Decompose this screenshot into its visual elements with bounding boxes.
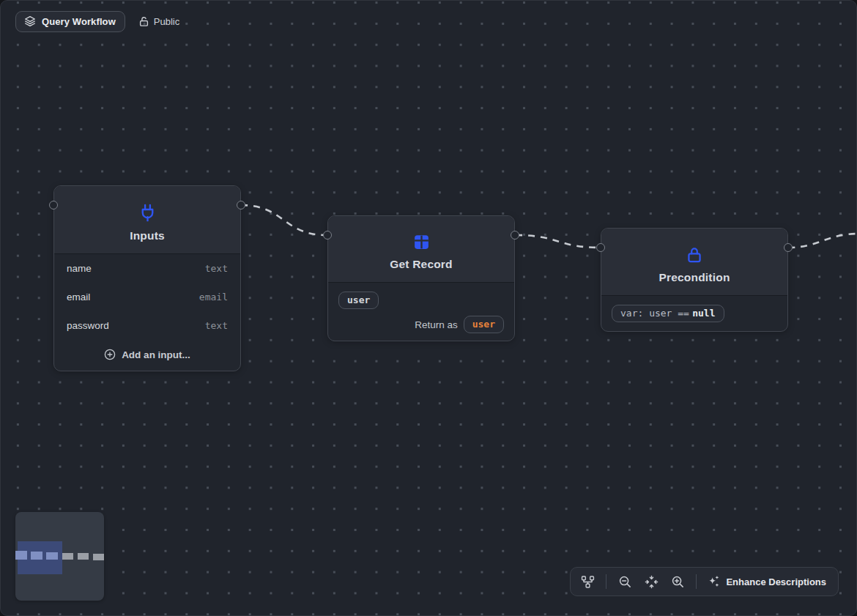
node-get-record-title: Get Record	[390, 258, 453, 271]
edge-getrecord-precondition	[516, 235, 601, 248]
input-type: text	[205, 320, 228, 331]
plug-icon	[138, 203, 157, 223]
node-precondition[interactable]: Precondition var: user == null	[601, 228, 788, 332]
node-precondition-body: var: user == null	[601, 296, 787, 333]
minimap-node	[93, 554, 104, 560]
sparkles-icon	[707, 575, 720, 588]
minimap-node	[62, 553, 73, 560]
node-precondition-title: Precondition	[658, 271, 730, 284]
minimap-node	[31, 552, 42, 560]
auto-layout-icon	[581, 575, 595, 589]
input-name: email	[67, 292, 90, 303]
circle-plus-icon	[104, 349, 116, 360]
handle-precondition-left[interactable]	[596, 243, 605, 252]
handle-get-record-right[interactable]	[511, 231, 519, 240]
return-value-badge[interactable]: user	[464, 316, 504, 333]
visibility-toggle[interactable]: Public	[138, 16, 179, 27]
expression-prefix: var: user ==	[620, 308, 689, 319]
precondition-expression-badge[interactable]: var: user == null	[612, 305, 724, 322]
node-get-record-body: user Return as user	[328, 283, 514, 344]
input-type: text	[205, 263, 228, 274]
zoom-in-icon	[671, 575, 685, 589]
unlock-icon	[138, 16, 149, 27]
auto-layout-button[interactable]	[575, 570, 600, 593]
handle-get-record-left[interactable]	[323, 231, 332, 240]
add-input-button[interactable]: Add an input...	[54, 340, 240, 369]
input-row-password[interactable]: password text	[54, 311, 240, 340]
input-row-email[interactable]: email email	[54, 283, 240, 311]
enhance-descriptions-button[interactable]: Enhance Descriptions	[702, 575, 829, 588]
canvas-toolbar: Enhance Descriptions	[570, 567, 839, 596]
node-inputs-title: Inputs	[130, 229, 165, 242]
input-name: name	[67, 263, 92, 274]
handle-inputs-left[interactable]	[49, 201, 58, 209]
toolbar-divider	[606, 574, 606, 589]
node-precondition-header: Precondition	[601, 229, 787, 296]
handle-precondition-right[interactable]	[784, 243, 793, 252]
node-inputs[interactable]: Inputs name text email email password te…	[53, 185, 241, 371]
edge-precondition-offscreen	[788, 234, 857, 248]
workflow-canvas[interactable]: Query Workflow Public Inputs	[0, 0, 857, 616]
expression-value: null	[692, 308, 715, 319]
query-workflow-button[interactable]: Query Workflow	[15, 11, 125, 32]
query-workflow-label: Query Workflow	[42, 16, 116, 27]
edge-inputs-getrecord	[241, 205, 327, 235]
minimap-node	[15, 551, 27, 560]
input-type: email	[199, 292, 228, 303]
node-get-record[interactable]: Get Record user Return as user	[327, 215, 515, 341]
input-row-name[interactable]: name text	[54, 254, 240, 283]
topbar: Query Workflow Public	[15, 11, 179, 32]
minimap[interactable]	[15, 512, 104, 601]
enhance-descriptions-label: Enhance Descriptions	[726, 576, 826, 587]
record-badge[interactable]: user	[338, 292, 379, 309]
return-line: Return as user	[338, 316, 504, 333]
fit-view-icon	[645, 575, 658, 589]
node-get-record-header: Get Record	[328, 216, 514, 283]
add-input-label: Add an input...	[122, 349, 190, 360]
table-icon	[412, 233, 431, 251]
zoom-in-button[interactable]	[665, 570, 690, 593]
zoom-out-icon	[618, 575, 632, 589]
toolbar-divider	[696, 574, 697, 589]
return-as-label: Return as	[415, 319, 458, 330]
lock-icon	[685, 245, 704, 264]
visibility-label: Public	[154, 16, 179, 27]
node-inputs-header: Inputs	[54, 186, 240, 254]
minimap-node	[78, 553, 89, 560]
layers-icon	[24, 15, 36, 27]
fit-view-button[interactable]	[639, 570, 664, 593]
input-name: password	[67, 320, 109, 331]
zoom-out-button[interactable]	[612, 570, 637, 593]
minimap-node	[46, 552, 58, 560]
handle-inputs-right[interactable]	[237, 201, 245, 209]
